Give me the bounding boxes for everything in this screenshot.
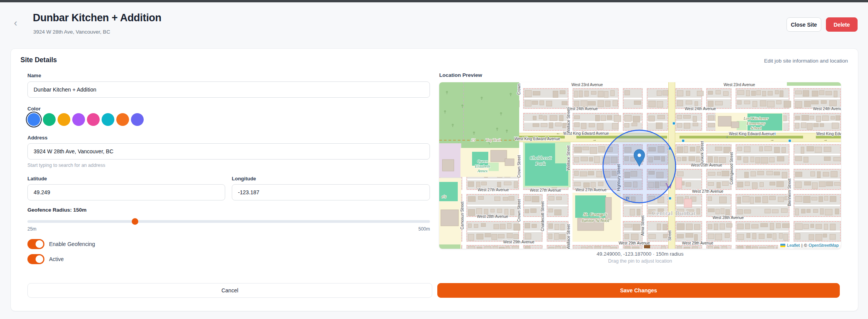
- svg-text:St. George's: St. George's: [583, 211, 608, 217]
- active-toggle[interactable]: [27, 254, 44, 264]
- top-accent-bar: [0, 0, 868, 2]
- ukraine-flag-icon: [780, 244, 785, 247]
- geofence-radius-label: Geofence Radius: 150m: [27, 207, 87, 213]
- svg-text:West 27th Avenue: West 27th Avenue: [478, 188, 509, 192]
- longitude-label: Longitude: [232, 176, 256, 182]
- svg-text:West 29th Avenue: West 29th Avenue: [682, 241, 713, 245]
- delete-button[interactable]: Delete: [826, 17, 858, 32]
- svg-text:Wallace Street: Wallace Street: [566, 145, 571, 170]
- svg-text:e's: e's: [442, 194, 447, 199]
- enable-geofencing-toggle[interactable]: [27, 239, 44, 249]
- svg-text:25: 25: [471, 138, 475, 142]
- svg-text:Junior School: Junior School: [581, 217, 610, 223]
- copyright-symbol: ©: [804, 243, 807, 248]
- svg-text:Collingwood Street: Collingwood Street: [729, 152, 734, 185]
- svg-text:Camosun Street: Camosun Street: [460, 202, 464, 229]
- color-label: Color: [27, 106, 41, 112]
- name-input[interactable]: [27, 81, 430, 98]
- edit-job-site-link[interactable]: Edit job site information and location: [764, 58, 848, 64]
- svg-text:Elementary: Elementary: [746, 121, 766, 126]
- svg-text:West 23rd Avenue: West 23rd Avenue: [724, 83, 755, 87]
- address-helper: Start typing to search for an address: [27, 163, 105, 168]
- color-swatch-cyan[interactable]: [102, 113, 114, 126]
- svg-text:Park: Park: [535, 161, 545, 166]
- map-attribution: Leaflet | © OpenStreetMap: [778, 242, 841, 249]
- svg-text:Queen: Queen: [477, 159, 488, 163]
- page-title: Dunbar Kitchen + Addition: [33, 12, 161, 24]
- svg-text:West King Edward Avenue: West King Edward Avenue: [816, 132, 841, 136]
- color-swatch-blue[interactable]: [27, 113, 40, 126]
- address-input[interactable]: [27, 143, 430, 160]
- svg-text:Chaldecott Street: Chaldecott Street: [540, 201, 545, 231]
- color-swatch-amber[interactable]: [58, 113, 70, 126]
- slider-thumb[interactable]: [132, 218, 138, 225]
- svg-text:Wallace Street: Wallace Street: [566, 224, 571, 249]
- svg-text:→: →: [593, 137, 597, 142]
- attribution-divider: |: [801, 243, 802, 248]
- latitude-label: Latitude: [27, 176, 47, 182]
- svg-text:Chaldecott: Chaldecott: [529, 155, 551, 161]
- svg-text:Top Trail: Top Trail: [486, 138, 501, 142]
- svg-text:→: →: [770, 137, 775, 142]
- name-label: Name: [27, 73, 41, 78]
- color-swatch-pink[interactable]: [87, 113, 100, 126]
- svg-text:Crown: Crown: [517, 84, 521, 95]
- svg-text:West 24th Avenue: West 24th Avenue: [685, 107, 716, 111]
- toggle-knob: [36, 255, 43, 263]
- map-canvas: ←→→→↓PWest 23rd AvenueWest 23rd AvenueWe…: [439, 82, 841, 249]
- slider-max-label: 500m: [27, 226, 430, 232]
- svg-text:West 28th Avenue: West 28th Avenue: [477, 214, 508, 219]
- svg-text:Elizabeth: Elizabeth: [474, 164, 490, 168]
- svg-text:West 29th Avenue: West 29th Avenue: [619, 241, 650, 245]
- map-coordinates-text: 49.249000, -123.187000 · 150m radius: [439, 251, 841, 257]
- site-details-card: Site Details Edit job site information a…: [10, 48, 858, 311]
- color-swatch-orange[interactable]: [116, 113, 129, 126]
- svg-text:West 23rd Avenue: West 23rd Avenue: [571, 83, 603, 87]
- svg-text:West King Edward Avenue: West King Edward Avenue: [515, 137, 560, 141]
- svg-text:West 27th Avenue: West 27th Avenue: [692, 189, 724, 193]
- back-button[interactable]: ‹: [14, 18, 17, 28]
- svg-text:→: →: [824, 137, 828, 142]
- svg-text:West 27th Avenue: West 27th Avenue: [576, 188, 607, 192]
- svg-text:West 24th Avenue: West 24th Avenue: [567, 107, 598, 111]
- svg-text:West 24th Avenue: West 24th Avenue: [813, 107, 841, 111]
- svg-text:Crown Street: Crown Street: [517, 199, 521, 222]
- toggle-knob: [36, 240, 43, 248]
- svg-text:School: School: [751, 126, 762, 130]
- svg-text:Blenheim Street: Blenheim Street: [787, 178, 792, 206]
- geofence-radius-slider[interactable]: [27, 220, 430, 223]
- svg-text:Street: Street: [668, 230, 672, 241]
- svg-text:Wallace Street: Wallace Street: [566, 108, 571, 133]
- svg-text:←: ←: [556, 131, 561, 135]
- svg-text:West 26th Avenue: West 26th Avenue: [691, 163, 722, 167]
- openstreetmap-link[interactable]: OpenStreetMap: [809, 243, 839, 248]
- svg-text:West King Edward Avenue: West King Edward Avenue: [729, 132, 775, 136]
- svg-text:↓: ↓: [726, 134, 728, 139]
- close-site-button[interactable]: Close Site: [786, 17, 821, 32]
- color-swatch-green[interactable]: [43, 113, 56, 126]
- page-subtitle: 3924 W 28th Ave, Vancouver, BC: [33, 29, 110, 35]
- svg-text:Alma Street: Alma Street: [640, 215, 645, 236]
- address-label: Address: [27, 135, 48, 141]
- leaflet-link[interactable]: Leaflet: [787, 243, 800, 248]
- svg-text:West 27th Avenue: West 27th Avenue: [530, 188, 561, 192]
- save-changes-button[interactable]: Save Changes: [437, 283, 840, 298]
- section-title: Site Details: [20, 56, 57, 64]
- svg-text:West 29th Avenue: West 29th Avenue: [503, 240, 535, 244]
- svg-text:Crown Street: Crown Street: [517, 155, 521, 178]
- svg-text:Central Dunbar: Central Dunbar: [652, 210, 696, 216]
- color-swatch-purple[interactable]: [72, 113, 85, 126]
- latitude-input[interactable]: [27, 184, 225, 200]
- longitude-input[interactable]: [232, 184, 430, 200]
- color-swatch-indigo[interactable]: [131, 113, 144, 126]
- svg-text:Lord Kitchener: Lord Kitchener: [743, 116, 769, 120]
- svg-text:Dunkirk Street: Dunkirk Street: [700, 141, 704, 166]
- enable-geofencing-label: Enable Geofencing: [49, 241, 95, 247]
- cancel-button[interactable]: Cancel: [27, 283, 432, 298]
- location-preview-label: Location Preview: [439, 72, 482, 78]
- active-label: Active: [49, 256, 64, 262]
- map-drag-hint: Drag the pin to adjust location: [439, 258, 841, 264]
- color-swatch-row: [27, 113, 144, 126]
- svg-text:Annex: Annex: [477, 169, 488, 173]
- map[interactable]: ←→→→↓PWest 23rd AvenueWest 23rd AvenueWe…: [439, 82, 841, 249]
